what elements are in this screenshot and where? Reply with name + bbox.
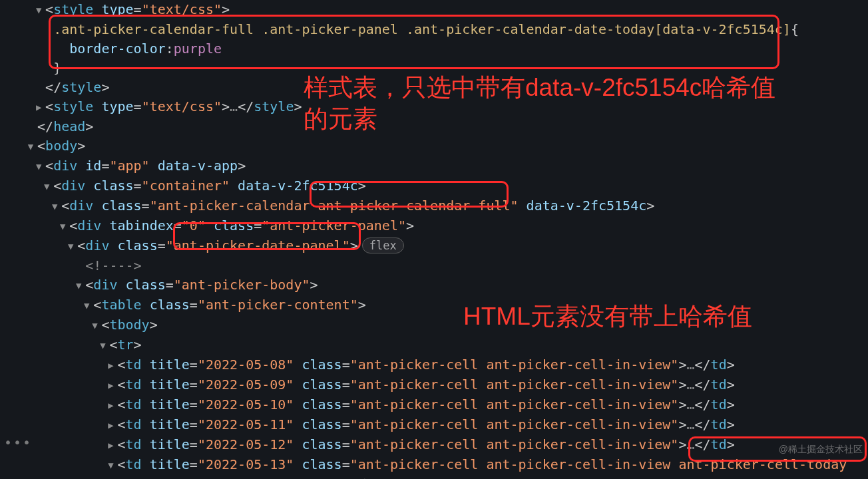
- expand-toggle[interactable]: [64, 237, 77, 256]
- annotation-no-hash: HTML元素没有带上哈希值: [463, 301, 752, 332]
- dom-line[interactable]: <div class="container" data-v-2fc5154c>: [0, 176, 868, 196]
- dom-line[interactable]: <body>: [0, 136, 868, 156]
- expand-toggle[interactable]: [32, 157, 45, 176]
- dom-line[interactable]: <!---->: [0, 256, 868, 275]
- selected-node-indicator: == $0: [326, 476, 374, 479]
- expand-toggle[interactable]: [40, 177, 53, 196]
- expand-toggle[interactable]: [104, 396, 117, 415]
- dom-line[interactable]: <div class="ant-picker-calendar ant-pick…: [0, 196, 868, 216]
- css-rule-line[interactable]: .ant-picker-calendar-full .ant-picker-pa…: [0, 20, 868, 39]
- expand-toggle[interactable]: [24, 137, 37, 156]
- expand-toggle[interactable]: [88, 316, 101, 335]
- dom-line[interactable]: <div class="ant-picker-date-panel">flex: [0, 236, 868, 256]
- dom-line-selected-cont[interactable]: ant-picker-cell-selected"> == $0: [0, 475, 868, 479]
- css-selector: .ant-picker-calendar-full .ant-picker-pa…: [53, 21, 791, 37]
- expand-toggle[interactable]: [80, 296, 93, 315]
- annotation-stylesheet: 样式表，只选中带有data-v-2fc5154c哈希值 的元素: [304, 72, 775, 134]
- highlight-class: ant-picker-calendar-full": [318, 198, 519, 214]
- dom-line-td[interactable]: <td title="2022-05-09" class="ant-picker…: [0, 375, 868, 395]
- attr-value-title: "2022-05-08": [198, 357, 294, 373]
- css-property: border-color: [69, 41, 166, 57]
- dom-line[interactable]: <div class="ant-picker-body">: [0, 275, 868, 295]
- tag-name: style: [53, 1, 93, 17]
- dom-line-td[interactable]: <td title="2022-05-08" class="ant-picker…: [0, 355, 868, 375]
- dom-line-td[interactable]: <td title="2022-05-11" class="ant-picker…: [0, 415, 868, 435]
- attr-value-class: "ant-picker-cell ant-picker-cell-in-view…: [350, 357, 679, 373]
- expand-toggle[interactable]: [104, 356, 117, 375]
- attr-value-class: "ant-picker-cell ant-picker-cell-in-view…: [350, 377, 679, 393]
- css-decl-line[interactable]: border-color:purple: [0, 39, 868, 59]
- attr-value-class: "ant-picker-cell ant-picker-cell-in-view…: [350, 397, 679, 412]
- attr-value-class: "ant-picker-cell ant-picker-cell-in-view…: [350, 436, 679, 452]
- expand-toggle[interactable]: [72, 276, 85, 295]
- attr-value-title: "2022-05-12": [198, 436, 294, 452]
- dom-line[interactable]: <style type="text/css">: [0, 0, 868, 20]
- dom-line-selected-open[interactable]: <td title="2022-05-13" class="ant-picker…: [0, 455, 868, 475]
- dom-line-td[interactable]: <td title="2022-05-12" class="ant-picker…: [0, 435, 868, 455]
- attr-name: type: [101, 1, 133, 17]
- dom-line[interactable]: <div id="app" data-v-app>: [0, 156, 868, 176]
- attr-value-title: "2022-05-09": [198, 377, 294, 393]
- attr-value: "text/css": [142, 1, 222, 17]
- expand-toggle[interactable]: [104, 456, 117, 475]
- expand-toggle[interactable]: [56, 217, 69, 236]
- expand-toggle[interactable]: [32, 1, 45, 20]
- flex-badge[interactable]: flex: [362, 238, 404, 253]
- overflow-menu-icon[interactable]: •••: [4, 433, 32, 452]
- expand-toggle[interactable]: [104, 436, 117, 455]
- css-value: purple: [174, 41, 222, 57]
- attr-value-title: "2022-05-11": [198, 416, 294, 432]
- expand-toggle[interactable]: [48, 197, 61, 216]
- attr-value-class: "ant-picker-cell ant-picker-cell-in-view…: [350, 416, 679, 432]
- expand-toggle[interactable]: [104, 376, 117, 395]
- highlight-class: "ant-picker-date-panel": [166, 238, 350, 253]
- expand-toggle[interactable]: [32, 98, 45, 117]
- attr-value-title: "2022-05-10": [198, 397, 294, 412]
- dom-line[interactable]: <tr>: [0, 335, 868, 355]
- watermark: @稀土掘金技术社区: [779, 440, 863, 459]
- expand-toggle[interactable]: [96, 336, 109, 355]
- expand-toggle[interactable]: [104, 416, 117, 435]
- dom-line[interactable]: <div tabindex="0" class="ant-picker-pane…: [0, 216, 868, 236]
- dom-line-td[interactable]: <td title="2022-05-10" class="ant-picker…: [0, 395, 868, 415]
